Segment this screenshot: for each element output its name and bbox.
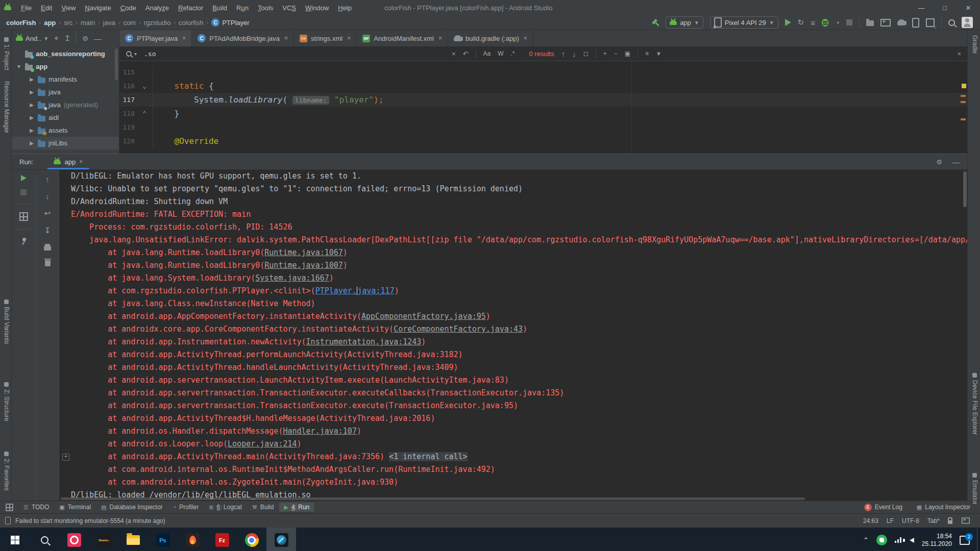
- minimize-button[interactable]: —: [910, 0, 933, 15]
- search-history-chevron-icon[interactable]: ▾: [134, 51, 137, 57]
- tool-window-button-z-structure[interactable]: Z: Structure: [3, 382, 10, 421]
- stack-frame-link[interactable]: Instrumentation.java:1243: [306, 337, 422, 346]
- show-desktop-button[interactable]: [977, 528, 980, 551]
- tree-item-assets[interactable]: ▶assets: [12, 124, 119, 137]
- chevron-collapsed-icon[interactable]: ▶: [29, 140, 35, 146]
- tool-window-button-emulator[interactable]: Emulator: [971, 473, 978, 505]
- scroll-up-icon[interactable]: ↑: [45, 175, 50, 184]
- device-manager-icon[interactable]: [866, 20, 874, 26]
- chevron-collapsed-icon[interactable]: ▶: [29, 89, 35, 95]
- volume-icon[interactable]: [910, 538, 914, 543]
- caret-position-widget[interactable]: 24:63: [863, 517, 878, 524]
- warning-mark[interactable]: [961, 101, 966, 103]
- stack-frame-link[interactable]: AppComponentFactory.java:95: [361, 312, 486, 321]
- chevron-collapsed-icon[interactable]: ▶: [29, 128, 35, 133]
- stack-frame-link[interactable]: java:117: [357, 286, 394, 295]
- breadcrumb-segment[interactable]: app: [44, 19, 56, 27]
- stack-frame-link[interactable]: Runtime.java:1067: [264, 248, 343, 257]
- editor-tab-ptadadmobbridge-java[interactable]: CPTAdAdMobBridge.java×: [192, 30, 294, 46]
- taskbar-app-photoshop[interactable]: Ps: [148, 528, 178, 551]
- add-selection-icon[interactable]: +: [603, 50, 607, 57]
- gradle-sync-icon[interactable]: [897, 19, 905, 26]
- line-number[interactable]: 120: [119, 134, 135, 148]
- words-toggle[interactable]: W: [498, 50, 503, 57]
- tool-window-button-layout-inspector[interactable]: ▦Layout Inspector: [912, 503, 975, 512]
- menu-item-file[interactable]: File: [16, 4, 36, 12]
- tool-window-button-6-logcat[interactable]: ≣6: Logcat: [204, 503, 247, 512]
- menu-item-analyze[interactable]: Analyze: [141, 4, 174, 12]
- taskbar-app-filezilla[interactable]: Fz: [207, 528, 237, 551]
- stop-app-button[interactable]: [20, 189, 27, 195]
- locate-file-icon[interactable]: ⌖: [54, 34, 58, 43]
- match-case-toggle[interactable]: Aa: [483, 50, 491, 57]
- menu-item-tools[interactable]: Tools: [253, 4, 278, 12]
- tree-item-java[interactable]: ▶✱java (generated): [12, 98, 119, 111]
- pin-tab-icon[interactable]: [20, 238, 27, 244]
- chevron-collapsed-icon[interactable]: ▶: [29, 77, 35, 82]
- gear-icon[interactable]: ⚙: [936, 158, 942, 166]
- expand-frames-icon[interactable]: +: [62, 454, 69, 461]
- taskbar-clock[interactable]: 18:54 25.11.2020: [922, 533, 952, 548]
- fold-marker-icon[interactable]: ⌃: [136, 107, 153, 120]
- tool-window-button-1-project[interactable]: 1: Project: [3, 37, 10, 70]
- build-hammer-icon[interactable]: [651, 19, 659, 27]
- run-configuration-select[interactable]: app ▼: [666, 16, 703, 29]
- close-button[interactable]: ✕: [957, 0, 980, 15]
- taskbar-app-file-explorer[interactable]: [118, 528, 148, 551]
- breadcrumb-leaf[interactable]: C PTPlayer: [211, 18, 249, 27]
- regex-toggle[interactable]: .*: [511, 50, 515, 57]
- stack-frame-link[interactable]: Looper.java:214: [228, 439, 297, 448]
- fold-marker-icon[interactable]: ⌄: [136, 79, 153, 93]
- code-editor[interactable]: 115116⌄ static {117 System.loadLibrary( …: [119, 61, 967, 154]
- editor-tab-ptplayer-java[interactable]: CPTPlayer.java×: [119, 30, 192, 46]
- line-number[interactable]: 115: [119, 65, 135, 79]
- menu-item-run[interactable]: Run: [232, 4, 253, 12]
- close-tab-icon[interactable]: ×: [438, 35, 442, 42]
- action-center-icon[interactable]: 2: [960, 536, 970, 545]
- clear-search-icon[interactable]: ×: [452, 50, 456, 58]
- hidden-icons-chevron[interactable]: ⌃: [863, 536, 869, 544]
- taskbar-app-chrome[interactable]: [237, 528, 266, 551]
- stop-button[interactable]: [846, 19, 852, 26]
- taskbar-app-flame[interactable]: [178, 528, 207, 551]
- previous-occurrence-icon[interactable]: ↑: [561, 49, 566, 58]
- search-everywhere-icon[interactable]: [948, 19, 955, 26]
- soft-wrap-icon[interactable]: ↩: [44, 209, 51, 218]
- close-tab-icon[interactable]: ×: [79, 158, 83, 165]
- rerun-app-button[interactable]: [21, 175, 27, 181]
- tool-window-button-todo[interactable]: ☰TODO: [19, 503, 54, 512]
- encoding-widget[interactable]: UTF-8: [902, 517, 919, 524]
- start-button[interactable]: [0, 528, 30, 551]
- network-icon[interactable]: [895, 537, 902, 543]
- search-input[interactable]: .so: [144, 50, 156, 58]
- search-options-icon[interactable]: ≡: [645, 50, 649, 57]
- rerun-icon[interactable]: ↻: [798, 18, 804, 27]
- debug-button[interactable]: [822, 19, 828, 27]
- editor-tab-androidmanifest-xml[interactable]: MFAndroidManifest.xml×: [357, 30, 448, 46]
- menu-item-navigate[interactable]: Navigate: [80, 4, 115, 12]
- chevron-collapsed-icon[interactable]: ▶: [29, 102, 35, 108]
- restore-layout-icon[interactable]: [19, 212, 28, 221]
- menu-item-help[interactable]: Help: [333, 4, 356, 12]
- close-search-icon[interactable]: ×: [957, 50, 961, 58]
- breadcrumb-segment[interactable]: main: [81, 19, 95, 27]
- stack-frame-link[interactable]: CoreComponentFactory.java:43: [394, 324, 523, 334]
- sdk-manager-icon[interactable]: [926, 18, 935, 27]
- menu-item-refactor[interactable]: Refactor: [174, 4, 208, 12]
- scroll-down-icon[interactable]: ↓: [45, 192, 50, 201]
- tool-window-button-device-file-explorer[interactable]: Device File Explorer: [971, 373, 978, 435]
- collapse-all-icon[interactable]: ↥: [64, 34, 71, 43]
- project-scrollbar[interactable]: [115, 48, 118, 80]
- inspection-status-mark[interactable]: [962, 84, 966, 88]
- stack-frame-link[interactable]: Handler.java:107: [283, 427, 357, 436]
- menu-item-edit[interactable]: Edit: [36, 4, 57, 12]
- gear-icon[interactable]: ⚙: [82, 35, 88, 42]
- line-number[interactable]: 118: [119, 107, 135, 120]
- tool-window-button-event-log[interactable]: 6Event Log: [860, 503, 907, 512]
- run-button[interactable]: [785, 19, 791, 26]
- line-number[interactable]: 119: [119, 120, 135, 134]
- menu-item-view[interactable]: View: [57, 4, 80, 12]
- tree-item-aidl[interactable]: ▶aidl: [12, 111, 119, 124]
- editor-tab-strings-xml[interactable]: <>strings.xml×: [294, 30, 357, 46]
- profiler-gauge-icon[interactable]: ◔: [835, 18, 840, 27]
